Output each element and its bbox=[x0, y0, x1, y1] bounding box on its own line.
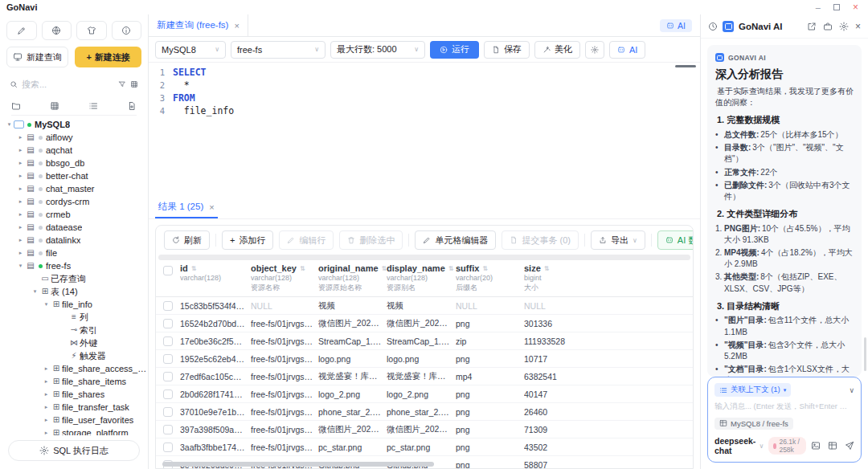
attach-table-icon[interactable] bbox=[828, 441, 837, 451]
row-checkbox[interactable] bbox=[163, 442, 173, 452]
cell-display-name[interactable]: pc_star.png bbox=[387, 442, 456, 452]
pen-tool-button[interactable] bbox=[6, 21, 37, 40]
row-checkbox[interactable] bbox=[163, 319, 173, 328]
tree-expand-arrow[interactable]: ▸ bbox=[16, 186, 25, 192]
table-row[interactable]: 397a398f509a44aa9... free-fs/01jrvgs943q… bbox=[156, 421, 693, 438]
tree-expand-arrow[interactable]: ▸ bbox=[42, 391, 51, 398]
tree-expand-arrow[interactable]: ▸ bbox=[42, 404, 51, 410]
tree-item[interactable]: ▸ ▤ aqchat bbox=[0, 144, 148, 157]
cell-suffix[interactable]: png bbox=[456, 354, 524, 364]
connection-select[interactable]: MySQL8 ∨ bbox=[155, 41, 226, 59]
cell-original-name[interactable]: logo_2.png bbox=[318, 389, 387, 399]
column-header-original-name[interactable]: original_name⇅ varchar(128) 资源原始名称 bbox=[318, 263, 387, 292]
collapse-chevron-icon[interactable]: ∨ bbox=[849, 386, 854, 394]
row-checkbox[interactable] bbox=[163, 372, 173, 381]
delete-selected-button[interactable]: 删除选中 bbox=[339, 230, 403, 250]
sort-icon[interactable]: ⇅ bbox=[191, 265, 197, 272]
run-button[interactable]: 运行 bbox=[430, 41, 479, 59]
tree-item[interactable]: ▸ ⊞ file_transfer_task bbox=[0, 401, 148, 414]
cell-id[interactable]: 17e0be36c2f541ce9... bbox=[180, 336, 251, 346]
list-view-icon[interactable] bbox=[88, 101, 98, 111]
commit-transaction-button[interactable]: 提交事务 (0) bbox=[502, 230, 579, 250]
tree-expand-arrow[interactable]: ▸ bbox=[16, 134, 25, 141]
tree-item[interactable]: ⊸ 索引 bbox=[0, 324, 148, 336]
cell-original-name[interactable]: 微信图片_20240326... bbox=[318, 318, 387, 329]
scope-tag[interactable]: MySQL8 / free-fs bbox=[714, 418, 793, 430]
message-input-placeholder[interactable]: 输入消息... (Enter 发送，Shift+Enter 换行，/ 快捷命令) bbox=[714, 402, 854, 412]
maximize-button[interactable] bbox=[833, 4, 840, 10]
beautify-button[interactable]: 美化 bbox=[534, 41, 580, 59]
cell-original-name[interactable]: 视频 bbox=[318, 300, 387, 312]
save-button[interactable]: 保存 bbox=[484, 41, 530, 59]
cell-id[interactable]: 2b0d628f17414983... bbox=[180, 389, 251, 399]
cell-display-name[interactable]: logo.png bbox=[387, 354, 456, 364]
cell-object-key[interactable]: free-fs/01jrvgs943q... bbox=[251, 442, 318, 452]
cell-original-name[interactable]: phone_star_2.png bbox=[318, 407, 387, 417]
cell-editor-button[interactable]: 单元格编辑器 bbox=[415, 230, 496, 250]
model-select[interactable]: deepseek-chat ∨ bbox=[714, 436, 764, 455]
cell-size[interactable]: 43502 bbox=[524, 442, 693, 452]
tree-expand-arrow[interactable]: ▾ bbox=[16, 263, 25, 269]
cell-suffix[interactable]: png bbox=[456, 425, 524, 434]
sort-icon[interactable]: ⇅ bbox=[448, 265, 454, 272]
ai-panel-toggle-badge[interactable]: AI bbox=[660, 19, 692, 32]
edit-row-button[interactable]: 编辑行 bbox=[279, 230, 334, 250]
tree-item[interactable]: ⋈ 外键 bbox=[0, 336, 148, 349]
tree-expand-arrow[interactable]: ▸ bbox=[16, 198, 25, 205]
gear-icon[interactable] bbox=[839, 22, 849, 31]
cell-original-name[interactable]: 微信图片_20241217... bbox=[318, 424, 387, 435]
cell-display-name[interactable]: logo_2.png bbox=[387, 389, 456, 399]
tree-item[interactable]: ▸ ▤ datalinkx bbox=[0, 234, 148, 247]
ai-insight-button[interactable]: AI 数据洞察 bbox=[657, 230, 694, 250]
cell-suffix[interactable]: png bbox=[456, 442, 524, 452]
table-row[interactable]: 2b0d628f17414983... free-fs/01jrvgs943q.… bbox=[156, 385, 693, 403]
new-query-button[interactable]: 新建查询 bbox=[6, 47, 68, 67]
tree-expand-arrow[interactable]: ▸ bbox=[16, 173, 25, 179]
column-header-suffix[interactable]: suffix⇅ varchar(20) 后缀名 bbox=[456, 263, 524, 292]
info-button[interactable] bbox=[112, 21, 142, 40]
tree-expand-arrow[interactable]: ▾ bbox=[31, 288, 39, 295]
cell-size[interactable]: 10717 bbox=[524, 354, 693, 364]
row-checkbox[interactable] bbox=[163, 389, 173, 399]
table-row[interactable]: 27edf6ac105c44598... free-fs/01jrvgs943q… bbox=[156, 368, 693, 385]
cell-object-key[interactable]: free-fs/01jrvgs943q... bbox=[251, 354, 318, 364]
cell-id[interactable]: 37010e9e7e1b4954... bbox=[180, 407, 251, 417]
cell-id[interactable]: 15c83b5f534f49e4b... bbox=[180, 301, 251, 311]
cell-object-key[interactable]: free-fs/01jrvgs943q... bbox=[251, 336, 318, 346]
sort-icon[interactable]: ⇅ bbox=[544, 265, 550, 272]
cell-size[interactable]: 71309 bbox=[524, 425, 693, 434]
tree-expand-arrow[interactable]: ▸ bbox=[16, 250, 25, 256]
refresh-button[interactable]: 刷新 bbox=[164, 230, 210, 250]
cell-id[interactable]: 397a398f509a44aa9... bbox=[180, 425, 251, 434]
cell-original-name[interactable]: pc_star.png bbox=[318, 442, 387, 452]
database-select[interactable]: free-fs ∨ bbox=[231, 41, 326, 59]
cell-suffix[interactable]: mp4 bbox=[456, 372, 524, 381]
cell-suffix[interactable]: png bbox=[456, 407, 524, 417]
cell-size[interactable]: 40147 bbox=[524, 389, 693, 399]
tree-expand-arrow[interactable]: ▸ bbox=[42, 417, 51, 423]
column-header-object-key[interactable]: object_key⇅ varchar(128) 资源名称 bbox=[251, 263, 318, 292]
column-header-id[interactable]: id⇅ varchar(128) bbox=[180, 263, 251, 292]
tree-expand-arrow[interactable]: ▸ bbox=[16, 160, 25, 166]
cell-id[interactable]: 3aafb3fbbe174a34a... bbox=[180, 442, 251, 452]
sort-icon[interactable]: ⇅ bbox=[482, 265, 488, 272]
column-header-size[interactable]: size⇅ bigint 大小 bbox=[524, 263, 693, 292]
tree-item[interactable]: ⚡ 触发器 bbox=[0, 349, 148, 362]
new-doc-icon[interactable] bbox=[127, 101, 137, 111]
tree-item[interactable]: ▸ ▤ file bbox=[0, 247, 148, 259]
tree-item[interactable]: ▸ ⊞ file_user_favorites bbox=[0, 414, 148, 426]
cell-object-key[interactable]: free-fs/01jrvgs943q... bbox=[251, 407, 318, 417]
editor-scrollbar[interactable] bbox=[675, 65, 696, 67]
cell-id[interactable]: 27edf6ac105c44598... bbox=[180, 372, 251, 381]
cell-id[interactable]: 16524b2d70bd4527... bbox=[180, 319, 251, 328]
tree-expand-arrow[interactable]: ▸ bbox=[16, 147, 25, 153]
editor-settings-button[interactable] bbox=[585, 41, 604, 59]
table-row[interactable]: 37010e9e7e1b4954... free-fs/01jrvgs943q.… bbox=[156, 403, 693, 421]
theme-button[interactable] bbox=[76, 21, 107, 40]
context-badge[interactable]: 关联上下文 (1) ▾ bbox=[714, 383, 791, 397]
tree-item[interactable]: ▸ ▤ chat_master bbox=[0, 182, 148, 195]
cell-size[interactable]: 26460 bbox=[524, 407, 693, 417]
tab-result-1[interactable]: 结果 1 (25) × bbox=[155, 201, 218, 218]
cell-object-key[interactable]: free-fs/01jrvgs943q... bbox=[251, 319, 318, 328]
add-row-button[interactable]: + 添加行 bbox=[222, 230, 273, 250]
